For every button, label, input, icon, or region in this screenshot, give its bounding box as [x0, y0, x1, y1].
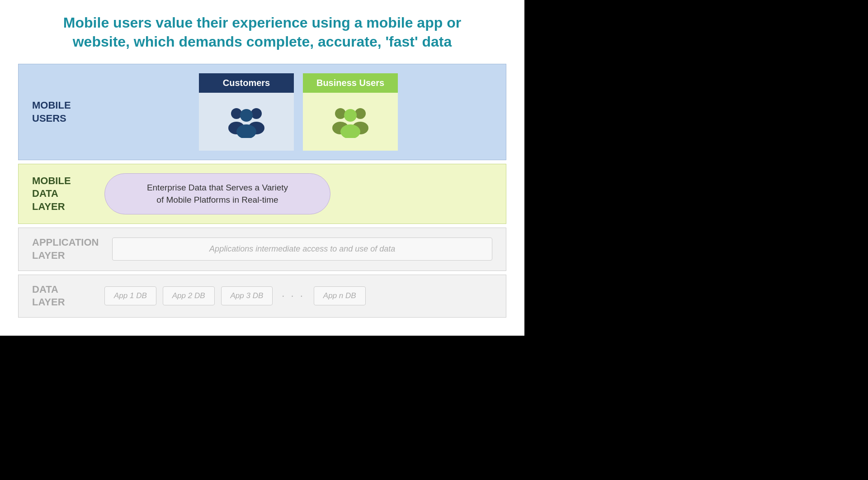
db-boxes: App 1 DB App 2 DB App 3 DB · · · App n D… — [104, 286, 492, 305]
business-users-header: Business Users — [303, 73, 398, 93]
data-layer: DATA LAYER App 1 DB App 2 DB App 3 DB · … — [18, 275, 506, 318]
business-users-card: Business Users — [303, 73, 398, 151]
mobile-data-pill: Enterprise Data that Serves a Variety of… — [104, 173, 330, 214]
db-box-1: App 1 DB — [104, 286, 156, 305]
svg-point-0 — [231, 108, 242, 119]
application-layer: APPLICATION LAYER Applications intermedi… — [18, 228, 506, 271]
customers-card: Customers — [199, 73, 294, 151]
customers-header: Customers — [199, 73, 294, 93]
business-users-body — [303, 93, 398, 151]
svg-point-4 — [240, 109, 253, 122]
application-label: APPLICATION LAYER — [32, 236, 99, 262]
application-box: Applications intermediate access to and … — [112, 238, 492, 261]
db-box-2: App 2 DB — [163, 286, 215, 305]
user-cards-row: Customers — [104, 73, 492, 151]
svg-point-6 — [335, 108, 346, 119]
slide-container: Mobile users value their experience usin… — [0, 0, 524, 336]
customers-body — [199, 93, 294, 151]
business-users-icon — [328, 105, 373, 138]
customers-icon — [224, 105, 269, 138]
db-dots: · · · — [279, 290, 307, 302]
mobile-users-label: MOBILE USERS — [32, 99, 91, 125]
svg-point-8 — [355, 108, 366, 119]
db-box-3: App 3 DB — [221, 286, 273, 305]
slide-title: Mobile users value their experience usin… — [18, 14, 506, 51]
title-line1: Mobile users value their experience usin… — [63, 14, 461, 31]
data-layer-label: DATA LAYER — [32, 283, 91, 309]
db-box-n: App n DB — [314, 286, 366, 305]
mobile-users-layer: MOBILE USERS Customers — [18, 64, 506, 160]
svg-point-2 — [251, 108, 262, 119]
svg-point-10 — [344, 109, 357, 122]
mobile-data-layer: MOBILE DATA LAYER Enterprise Data that S… — [18, 164, 506, 224]
title-line2: website, which demands complete, accurat… — [73, 33, 452, 50]
mobile-data-label: MOBILE DATA LAYER — [32, 175, 91, 214]
